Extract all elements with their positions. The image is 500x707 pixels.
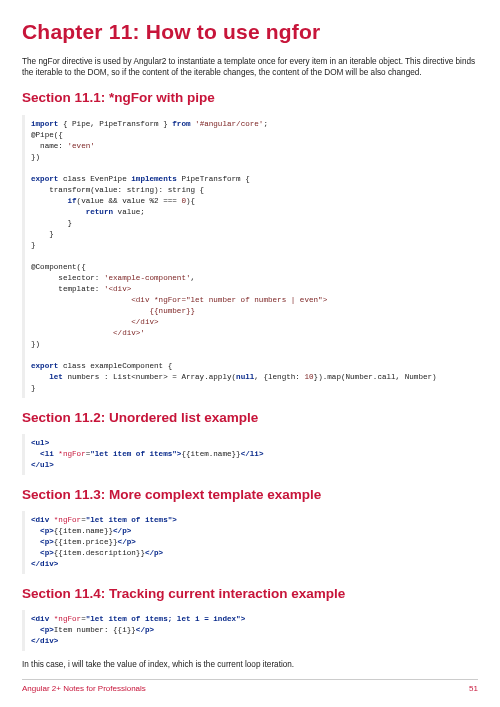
- code-block-1: import { Pipe, PipeTransform } from '#an…: [22, 115, 478, 398]
- chapter-title: Chapter 11: How to use ngfor: [22, 18, 478, 46]
- code-block-3: <div *ngFor="let item of items"> <p>{{it…: [22, 511, 478, 574]
- page-footer: Angular 2+ Notes for Professionals 51: [22, 679, 478, 695]
- section-11-1-title: Section 11.1: *ngFor with pipe: [22, 89, 478, 107]
- section-11-2-title: Section 11.2: Unordered list example: [22, 409, 478, 427]
- outro-paragraph: In this case, i will take the value of i…: [22, 659, 478, 670]
- section-11-3-title: Section 11.3: More complext template exa…: [22, 486, 478, 504]
- footer-page-number: 51: [469, 684, 478, 695]
- footer-book-title: Angular 2+ Notes for Professionals: [22, 684, 146, 695]
- code-block-4: <div *ngFor="let item of items; let i = …: [22, 610, 478, 651]
- code-block-2: <ul> <li *ngFor="let item of items">{{it…: [22, 434, 478, 475]
- section-11-4-title: Section 11.4: Tracking current interacti…: [22, 585, 478, 603]
- intro-paragraph: The ngFor directive is used by Angular2 …: [22, 56, 478, 78]
